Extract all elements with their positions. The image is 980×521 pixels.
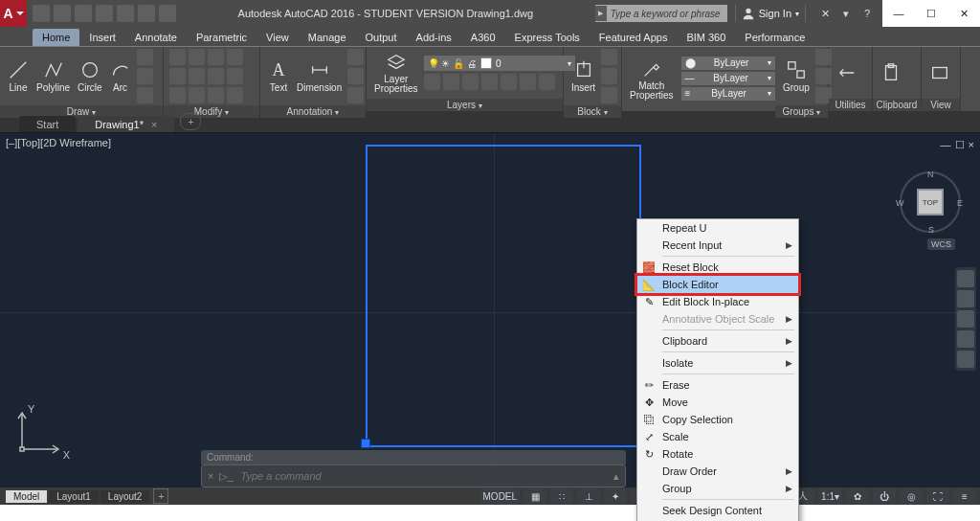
ctx-reset-block[interactable]: 🧱Reset Block	[637, 259, 798, 276]
erase-icon[interactable]	[227, 49, 243, 65]
viewcube-w[interactable]: W	[896, 198, 904, 208]
stay-connected-icon[interactable]: ▾	[838, 6, 854, 21]
tab-parametric[interactable]: Parametric	[187, 29, 256, 46]
layout-tab-2[interactable]: Layout2	[100, 490, 150, 503]
rotate-icon[interactable]	[189, 49, 205, 65]
ctx-move[interactable]: ✥Move	[637, 394, 798, 411]
status-snap-icon[interactable]: ∷	[550, 488, 573, 504]
circle-button[interactable]: Circle	[76, 59, 104, 93]
tab-bim360[interactable]: BIM 360	[677, 29, 735, 46]
ctx-repeat[interactable]: Repeat U	[637, 219, 798, 237]
layer-tool-5-icon[interactable]	[501, 74, 517, 90]
qat-new-icon[interactable]	[33, 5, 50, 22]
viewcube[interactable]: TOP N E S W	[900, 171, 961, 233]
line-button[interactable]: Line	[6, 59, 31, 93]
ctx-group[interactable]: Group▶	[637, 480, 798, 497]
close-button[interactable]: ✕	[947, 0, 980, 27]
vp-close-icon[interactable]: ×	[969, 139, 974, 151]
ctx-isolate[interactable]: Isolate▶	[637, 354, 798, 372]
layer-tool-7-icon[interactable]	[539, 74, 555, 90]
match-properties-button[interactable]: Match Properties	[628, 58, 676, 101]
qat-plot-icon[interactable]	[117, 5, 134, 22]
color-dropdown[interactable]: ⬤ByLayer▾	[681, 57, 775, 70]
tab-insert[interactable]: Insert	[79, 29, 125, 46]
exchange-icon[interactable]: ✕	[817, 6, 833, 21]
copy-icon[interactable]	[169, 68, 186, 84]
vp-minimize-icon[interactable]: —	[941, 139, 951, 151]
utilities-button[interactable]	[835, 62, 859, 83]
mirror-icon[interactable]	[189, 68, 205, 84]
linetype-dropdown[interactable]: ≡ByLayer▾	[681, 87, 775, 101]
help-icon[interactable]: ?	[859, 6, 875, 21]
viewcube-face[interactable]: TOP	[919, 191, 942, 214]
ctx-scale[interactable]: ⤢Scale	[637, 428, 798, 445]
command-menu-icon[interactable]: ▴	[613, 470, 619, 483]
anno-more-icon[interactable]	[347, 87, 364, 103]
status-model-button[interactable]: MODEL	[480, 488, 521, 504]
command-close-icon[interactable]: ×	[208, 470, 213, 482]
lineweight-dropdown[interactable]: —ByLayer▾	[681, 72, 775, 85]
app-menu-button[interactable]: A	[0, 0, 27, 27]
ctx-draw-order[interactable]: Draw Order▶	[637, 463, 798, 480]
table-icon[interactable]	[347, 68, 364, 84]
trim-icon[interactable]	[208, 49, 224, 65]
ctx-seek[interactable]: Seek Design Content	[637, 502, 798, 519]
ctx-edit-inplace[interactable]: ✎Edit Block In-place	[637, 293, 798, 310]
viewport-label[interactable]: [–][Top][2D Wireframe]	[6, 137, 111, 148]
ctx-erase[interactable]: ✏Erase	[637, 376, 798, 394]
text-button[interactable]: AText	[266, 59, 291, 93]
polyline-button[interactable]: Polyline	[34, 59, 72, 93]
status-polar-icon[interactable]: ✦	[604, 488, 627, 504]
tab-view[interactable]: View	[256, 29, 299, 46]
panel-utilities-label[interactable]: Utilities	[829, 99, 872, 111]
ctx-block-editor[interactable]: 📐Block Editor	[637, 276, 798, 293]
layer-tool-4-icon[interactable]	[481, 74, 498, 90]
panel-modify-label[interactable]: Modify	[164, 105, 259, 118]
insert-block-button[interactable]: Insert	[569, 59, 597, 93]
clipboard-button[interactable]	[879, 62, 903, 83]
layer-dropdown[interactable]: 💡 ☀ 🔓 🖨 0▾	[424, 56, 575, 71]
status-scale-button[interactable]: 1:1 ▾	[818, 488, 842, 504]
layer-tool-2-icon[interactable]	[443, 74, 459, 90]
draw-more-1-icon[interactable]	[137, 49, 153, 65]
status-isolate-icon[interactable]: ◎	[900, 488, 923, 504]
layer-tool-6-icon[interactable]	[520, 74, 536, 90]
layer-properties-button[interactable]: Layer Properties	[372, 52, 420, 94]
tab-output[interactable]: Output	[356, 29, 407, 46]
new-tab-button[interactable]: +	[180, 113, 201, 130]
doc-tab-drawing[interactable]: Drawing1*×	[78, 116, 174, 132]
ctx-clipboard[interactable]: Clipboard▶	[637, 332, 798, 350]
qat-undo-icon[interactable]	[138, 5, 155, 22]
nav-zoom-icon[interactable]	[957, 310, 974, 328]
draw-more-2-icon[interactable]	[137, 68, 153, 84]
ctx-recent-input[interactable]: Recent Input▶	[637, 237, 798, 254]
vp-maximize-icon[interactable]: ☐	[955, 139, 965, 151]
status-hardware-icon[interactable]: ⏻	[873, 488, 896, 504]
tab-featured[interactable]: Featured Apps	[590, 29, 678, 46]
ctx-rotate[interactable]: ↻Rotate	[637, 445, 798, 463]
minimize-button[interactable]: —	[882, 0, 915, 27]
signin-button[interactable]: Sign In▾	[735, 5, 806, 22]
selected-block[interactable]	[366, 145, 641, 447]
edit-block-icon[interactable]	[601, 68, 617, 84]
qat-save-icon[interactable]	[75, 5, 92, 22]
nav-showmotion-icon[interactable]	[957, 351, 974, 368]
tab-home[interactable]: Home	[33, 29, 79, 46]
offset-icon[interactable]	[227, 87, 243, 103]
status-grid-icon[interactable]: ▦	[523, 488, 546, 504]
array-icon[interactable]	[208, 87, 224, 103]
explode-icon[interactable]	[227, 68, 243, 84]
move-icon[interactable]	[169, 49, 186, 65]
tab-addins[interactable]: Add-ins	[407, 29, 461, 46]
drawing-canvas[interactable]: [–][Top][2D Wireframe] — ☐ × TOP N E S W…	[0, 133, 980, 505]
help-search-input[interactable]: Type a keyword or phrase	[595, 5, 727, 22]
viewcube-n[interactable]: N	[927, 170, 934, 179]
status-ortho-icon[interactable]: ⊥	[577, 488, 600, 504]
nav-orbit-icon[interactable]	[957, 330, 974, 348]
leader-icon[interactable]	[347, 49, 364, 65]
group-button[interactable]: Group	[781, 59, 812, 93]
tab-manage[interactable]: Manage	[299, 29, 356, 46]
panel-layers-label[interactable]: Layers	[367, 99, 563, 111]
arc-button[interactable]: Arc	[108, 59, 133, 93]
dimension-button[interactable]: Dimension	[295, 59, 344, 93]
